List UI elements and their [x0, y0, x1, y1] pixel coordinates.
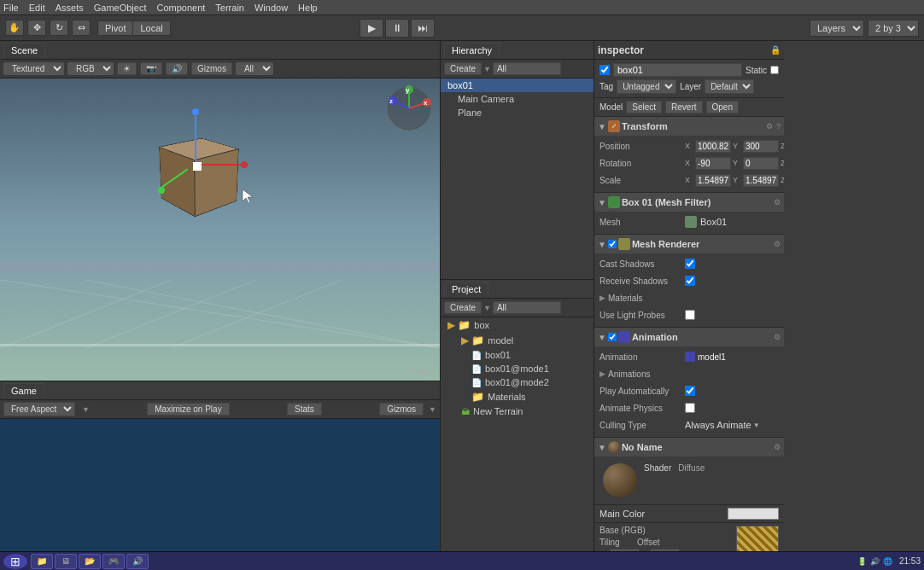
aspect-select[interactable]: Free Aspect	[3, 402, 75, 416]
color-mode-select[interactable]: RGB	[67, 62, 114, 75]
materials-expand-icon[interactable]: ▶	[599, 294, 605, 302]
menu-edit[interactable]: Edit	[29, 3, 45, 13]
scene-tab[interactable]: Scene	[3, 43, 45, 58]
tag-select[interactable]: Untagged	[617, 79, 676, 94]
scene-sound-btn[interactable]: 🔊	[166, 62, 188, 75]
stats-btn[interactable]: Stats	[287, 403, 322, 416]
mesh-renderer-body: Cast Shadows Receive Shadows ▶ Materials…	[594, 253, 784, 327]
menu-help[interactable]: Help	[298, 3, 318, 13]
project-item-box01mode2[interactable]: 📄 box01@mode2	[441, 375, 594, 389]
project-item-newterrain[interactable]: 🏔 New Terrain	[441, 404, 594, 418]
taskbar-item-2[interactable]: 🖥	[55, 554, 77, 569]
game-gizmos-btn[interactable]: Gizmos	[379, 403, 424, 416]
menu-window[interactable]: Window	[254, 3, 288, 13]
pause-btn[interactable]: ⏸	[385, 19, 409, 38]
maximize-btn[interactable]: Maximize on Play	[147, 403, 229, 416]
culling-type-dropdown-arrow[interactable]: ▼	[753, 422, 760, 429]
object-name-input[interactable]	[613, 63, 742, 77]
project-create-btn[interactable]: Create	[444, 301, 482, 314]
hierarchy-item-box01[interactable]: box01	[441, 79, 594, 92]
pos-y-input[interactable]	[743, 140, 779, 153]
animation-header[interactable]: ▼ Animation ⚙	[594, 328, 784, 346]
project-item-model[interactable]: ▶ 📁 model	[441, 333, 594, 348]
hierarchy-item-plane[interactable]: Plane	[441, 106, 594, 119]
scene-light-btn[interactable]: ☀	[117, 62, 137, 75]
taskbar-item-1[interactable]: 📁	[31, 554, 53, 569]
scale-x-input[interactable]	[695, 174, 731, 187]
pivot-btn[interactable]: Pivot	[97, 20, 132, 36]
hierarchy-search-input[interactable]	[493, 62, 561, 75]
scene-canvas[interactable]: x y z Persp	[0, 79, 440, 381]
hierarchy-item-maincamera[interactable]: Main Camera	[441, 92, 594, 106]
animation-enabled-checkbox[interactable]	[608, 333, 617, 341]
mesh-filter-header[interactable]: ▼ Box 01 (Mesh Filter) ⚙	[594, 193, 784, 212]
menu-assets[interactable]: Assets	[56, 3, 84, 13]
select-model-btn[interactable]: Select	[626, 101, 662, 113]
project-item-model-label: model	[488, 335, 513, 346]
game-tab[interactable]: Game	[3, 383, 44, 398]
receive-shadows-checkbox[interactable]	[685, 276, 695, 286]
rotate-tool-btn[interactable]: ↻	[50, 20, 68, 36]
view-mode-select[interactable]: Textured	[3, 62, 64, 75]
texture-preview[interactable]	[736, 526, 779, 551]
animations-expand-icon[interactable]: ▶	[599, 369, 605, 378]
menu-gameobject[interactable]: GameObject	[94, 3, 147, 13]
pos-x-input[interactable]	[695, 140, 731, 153]
mesh-renderer-enabled-checkbox[interactable]	[608, 240, 617, 248]
transform-header[interactable]: ▼ ⤢ Transform ⚙ ?	[594, 117, 784, 136]
scene-toolbar: Textured RGB ☀ 📷 🔊 Gizmos All	[0, 60, 440, 79]
hierarchy-tab[interactable]: Hierarchy	[444, 43, 500, 58]
local-btn[interactable]: Local	[132, 20, 170, 36]
project-tab[interactable]: Project	[444, 282, 488, 297]
menu-component[interactable]: Component	[156, 3, 205, 13]
taskbar-item-3[interactable]: 📂	[79, 554, 101, 569]
step-btn[interactable]: ⏭	[411, 19, 435, 38]
taskbar-item-5[interactable]: 🔊	[126, 554, 149, 569]
transform-settings-icon[interactable]: ⚙	[766, 122, 773, 131]
scene-camera-btn[interactable]: 📷	[140, 62, 162, 75]
mesh-renderer-settings-icon[interactable]: ⚙	[774, 240, 781, 248]
layout-dropdown[interactable]: 2 by 3	[868, 20, 919, 37]
layers-dropdown[interactable]: Layers	[810, 20, 864, 37]
material-settings-icon[interactable]: ⚙	[774, 443, 781, 451]
move-tool-btn[interactable]: ✥	[27, 20, 46, 36]
rot-y-input[interactable]	[743, 157, 779, 170]
animation-expand-arrow: ▼	[598, 333, 606, 342]
scale-y-input[interactable]	[743, 174, 779, 187]
start-button[interactable]: ⊞	[3, 554, 27, 569]
project-item-materials[interactable]: 📁 Materials	[441, 389, 594, 404]
project-search-input[interactable]	[493, 301, 561, 314]
axis-orientation-gizmo[interactable]: x y z	[386, 85, 433, 132]
cast-shadows-checkbox[interactable]	[685, 259, 695, 269]
menu-file[interactable]: File	[3, 3, 19, 13]
main-color-swatch[interactable]	[728, 508, 779, 520]
transform-lock-icon[interactable]: ?	[776, 122, 781, 131]
rot-x-input[interactable]	[695, 157, 731, 170]
use-light-probes-checkbox[interactable]	[685, 310, 695, 320]
mesh-filter-settings-icon[interactable]: ⚙	[774, 198, 781, 206]
mesh-label: Mesh	[599, 218, 685, 227]
open-btn[interactable]: Open	[706, 101, 739, 113]
project-item-box[interactable]: ▶ 📁 box	[441, 317, 594, 333]
layer-select[interactable]: Default	[705, 79, 754, 94]
play-auto-checkbox[interactable]	[685, 386, 695, 396]
scale-tool-btn[interactable]: ⇔	[72, 20, 91, 36]
object-active-checkbox[interactable]	[599, 65, 610, 75]
play-btn[interactable]: ▶	[360, 19, 383, 38]
material-header[interactable]: ▼ No Name ⚙	[594, 438, 784, 457]
mesh-renderer-header[interactable]: ▼ Mesh Renderer ⚙	[594, 235, 784, 253]
project-item-box01[interactable]: 📄 box01	[441, 348, 594, 362]
revert-btn[interactable]: Revert	[665, 101, 702, 113]
inspector-lock-icon[interactable]: 🔒	[770, 45, 781, 55]
hierarchy-create-btn[interactable]: Create	[444, 62, 482, 75]
project-item-box01mode1[interactable]: 📄 box01@mode1	[441, 362, 594, 375]
hand-tool-btn[interactable]: ✋	[5, 20, 24, 36]
materials-row: ▶ Materials	[599, 290, 779, 305]
gizmos-btn[interactable]: Gizmos	[191, 62, 232, 75]
taskbar-item-4[interactable]: 🎮	[102, 554, 125, 569]
static-checkbox[interactable]	[770, 66, 779, 74]
animate-physics-checkbox[interactable]	[685, 403, 695, 413]
menu-terrain[interactable]: Terrain	[215, 3, 244, 13]
animation-settings-icon[interactable]: ⚙	[774, 333, 781, 341]
all-select[interactable]: All	[236, 62, 273, 75]
